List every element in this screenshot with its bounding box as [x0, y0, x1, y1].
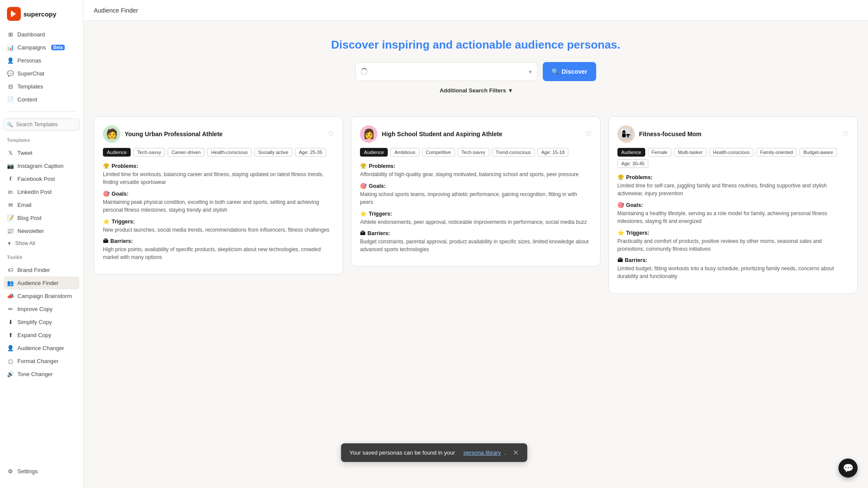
sidebar: supercopy ⊞ Dashboard 📊 Campaigns Beta 👤…: [0, 0, 83, 488]
content-area: Discover inspiring and actionable audien…: [83, 21, 868, 488]
template-label-newsletter: Newsletter: [17, 228, 44, 234]
template-label-tweet: Tweet: [17, 150, 33, 156]
toast-text: Your saved personas can be found in your: [350, 449, 455, 456]
content-icon: 📄: [7, 96, 14, 103]
toolkit-item-campaign-brainstorm[interactable]: 📣 Campaign Brainstorm: [3, 289, 79, 302]
toolkit-label-brand-finder: Brand Finder: [17, 267, 50, 273]
goals-title-3: 🎯 Goals:: [617, 202, 848, 208]
templates-icon: ⊟: [7, 83, 14, 90]
filters-label: Additional Search Filters: [439, 87, 506, 94]
toolkit-label-campaign-brainstorm: Campaign Brainstorm: [17, 293, 72, 299]
discover-label: Discover: [561, 68, 587, 75]
audience-finder-toolkit-icon: 👥: [7, 279, 14, 286]
toolkit-item-expand-copy[interactable]: ⬆ Expand Copy: [3, 328, 79, 341]
tag-tech-savvy: Tech-savvy: [458, 148, 489, 157]
triggers-text-3: Practicality and comfort of products, po…: [617, 237, 848, 253]
audience-changer-toolkit-icon: 👤: [7, 344, 14, 351]
heart-button-2[interactable]: ♡: [585, 130, 591, 138]
problems-title-2: 😤 Problems:: [360, 163, 591, 169]
nav-item-templates[interactable]: ⊟ Templates: [3, 80, 79, 93]
nav-item-dashboard[interactable]: ⊞ Dashboard: [3, 28, 79, 41]
persona-library-link[interactable]: persona library: [464, 449, 501, 456]
brand-search-input[interactable]: Nike: [371, 68, 525, 75]
logo-text: supercopy: [23, 10, 56, 18]
nav-item-campaigns[interactable]: 📊 Campaigns Beta: [3, 41, 79, 54]
card-avatar-3: 👩‍👧: [617, 125, 635, 143]
toolkit-item-audience-finder[interactable]: 👥 Audience Finder: [3, 276, 79, 289]
discover-button[interactable]: 🔍 Discover: [543, 62, 596, 81]
tag-female: Female: [648, 148, 672, 157]
tag-age:-25-35: Age: 25-35: [295, 148, 326, 157]
filters-chevron-icon: ▾: [509, 87, 512, 94]
toolkit-item-audience-changer[interactable]: 👤 Audience Changer: [3, 341, 79, 354]
show-all-templates[interactable]: ▼ Show All: [3, 237, 79, 249]
toolkit-item-brand-finder[interactable]: 🏷 Brand Finder: [3, 263, 79, 276]
template-item-tweet[interactable]: 𝕏 Tweet: [3, 146, 79, 159]
template-item-facebook-post[interactable]: 𝐟 Facebook Post: [3, 172, 79, 185]
problems-section-3: 😤 Problems: Limited time for self-care, …: [617, 174, 848, 197]
main-content: Audience Finder Discover inspiring and a…: [83, 0, 868, 488]
card-title-1: Young Urban Professional Athlete: [125, 131, 323, 138]
card-header-1: 🧑 Young Urban Professional Athlete ♡: [103, 125, 334, 143]
hero-section: Discover inspiring and actionable audien…: [83, 21, 868, 108]
toolkit-list: 🏷 Brand Finder 👥 Audience Finder 📣 Campa…: [0, 262, 83, 382]
nav-item-label-personas: Personas: [17, 57, 41, 64]
chat-fab-button[interactable]: 💬: [838, 459, 858, 478]
heart-button-3[interactable]: ♡: [842, 130, 848, 138]
barriers-text-1: High price points, availability of speci…: [103, 246, 334, 261]
nav-item-personas[interactable]: 👤 Personas: [3, 54, 79, 67]
triggers-title-1: ⭐ Triggers:: [103, 218, 334, 225]
search-bar: Nike ▾: [355, 62, 538, 81]
nav-item-label-content: Content: [17, 96, 37, 103]
chevron-down-icon: ▼: [7, 241, 12, 246]
goals-title-2: 🎯 Goals:: [360, 183, 591, 189]
toast-close-button[interactable]: ✕: [513, 449, 518, 457]
toolkit-label-format-changer: Format Changer: [17, 358, 59, 364]
heart-button-1[interactable]: ♡: [328, 130, 334, 138]
card-tags-3: AudienceFemaleMulti-taskerHealth-conscio…: [617, 148, 848, 168]
toolkit-item-format-changer[interactable]: ◻ Format Changer: [3, 354, 79, 367]
tag-tech-savvy: Tech-savvy: [133, 148, 165, 157]
beta-badge: Beta: [51, 45, 65, 50]
goals-section-1: 🎯 Goals: Maintaining peak physical condi…: [103, 190, 334, 214]
settings-nav-item[interactable]: ⚙ Settings: [3, 465, 79, 478]
expand-copy-toolkit-icon: ⬆: [7, 331, 14, 338]
toolkit-item-improve-copy[interactable]: ✏ Improve Copy: [3, 302, 79, 315]
format-changer-toolkit-icon: ◻: [7, 357, 14, 364]
toolkit-label-tone-changer: Tone Changer: [17, 371, 53, 377]
problems-text-1: Limited time for workouts, balancing car…: [103, 170, 334, 186]
additional-filters-toggle[interactable]: Additional Search Filters ▾: [94, 87, 858, 94]
nav-item-label-dashboard: Dashboard: [17, 31, 45, 38]
barriers-text-3: Limited budget, fitting workouts into a …: [617, 265, 848, 280]
template-item-linkedin-post[interactable]: in LinkedIn Post: [3, 185, 79, 198]
tone-changer-toolkit-icon: 🔊: [7, 370, 14, 377]
card-header-3: 👩‍👧 Fitness-focused Mom ♡: [617, 125, 848, 143]
instagram-caption-template-icon: 📷: [7, 162, 14, 169]
tag-health-conscious: Health-conscious: [709, 148, 753, 157]
template-item-newsletter[interactable]: 📰 Newsletter: [3, 224, 79, 237]
search-templates-input[interactable]: [3, 118, 79, 131]
linkedin-post-template-icon: in: [7, 188, 14, 195]
sidebar-footer: ⚙ Settings: [0, 461, 83, 481]
template-item-email[interactable]: ✉ Email: [3, 198, 79, 211]
barriers-section-3: 🏔 Barriers: Limited budget, fitting work…: [617, 257, 848, 280]
template-list: 𝕏 Tweet 📷 Instagram Caption 𝐟 Facebook P…: [0, 144, 83, 251]
triggers-section-3: ⭐ Triggers: Practicality and comfort of …: [617, 229, 848, 253]
superchat-icon: 💬: [7, 70, 14, 77]
nav-item-content[interactable]: 📄 Content: [3, 93, 79, 106]
tag-socially-active: Socially active: [254, 148, 293, 157]
toolkit-item-tone-changer[interactable]: 🔊 Tone Changer: [3, 367, 79, 380]
nav-item-superchat[interactable]: 💬 SuperChat: [3, 67, 79, 80]
topbar: Audience Finder: [83, 0, 868, 21]
triggers-title-3: ⭐ Triggers:: [617, 229, 848, 236]
triggers-text-2: Athlete endorsements, peer approval, not…: [360, 218, 591, 226]
toast-notification: Your saved personas can be found in your…: [341, 443, 527, 462]
template-item-instagram-caption[interactable]: 📷 Instagram Caption: [3, 159, 79, 172]
template-item-blog-post[interactable]: 📝 Blog Post: [3, 211, 79, 224]
nav-item-label-templates: Templates: [17, 83, 43, 90]
toolkit-item-simplify-copy[interactable]: ⬇ Simplify Copy: [3, 315, 79, 328]
goals-section-2: 🎯 Goals: Making school sports teams, imp…: [360, 183, 591, 206]
barriers-title-2: 🏔 Barriers:: [360, 230, 591, 236]
toolkit-label-audience-finder: Audience Finder: [17, 280, 59, 286]
search-dropdown-icon[interactable]: ▾: [529, 69, 532, 75]
